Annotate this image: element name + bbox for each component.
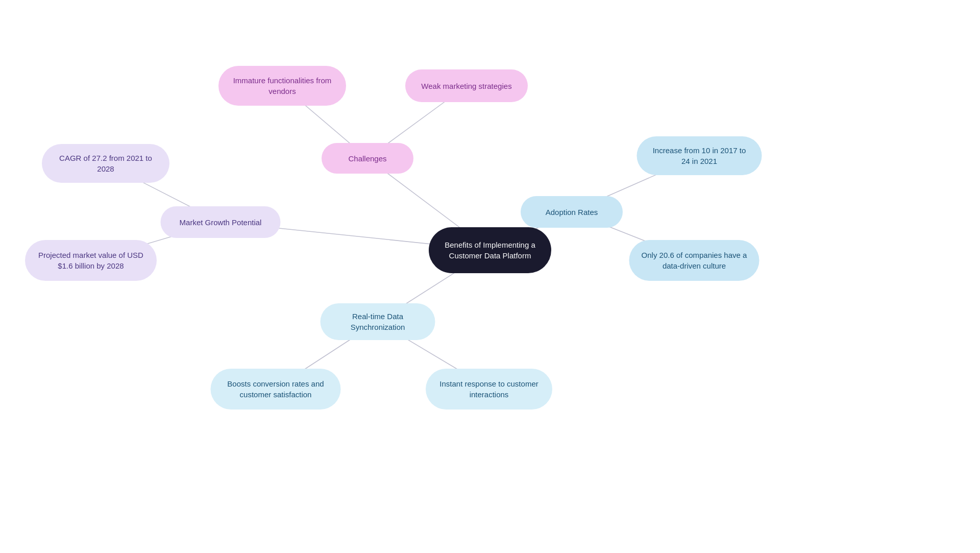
center-node-label: Benefits of Implementing a Customer Data… bbox=[445, 239, 535, 261]
cagr-node: CAGR of 27.2 from 2021 to 2028 bbox=[42, 144, 169, 183]
instant-response-node: Instant response to customer interaction… bbox=[426, 369, 552, 410]
adoption-rates-label: Adoption Rates bbox=[546, 207, 598, 218]
immature-func-node: Immature functionalities from vendors bbox=[218, 66, 346, 106]
boosts-conversion-label: Boosts conversion rates and customer sat… bbox=[223, 378, 329, 400]
realtime-sync-node: Real-time Data Synchronization bbox=[321, 303, 435, 340]
immature-func-label: Immature functionalities from vendors bbox=[231, 75, 334, 97]
cagr-label: CAGR of 27.2 from 2021 to 2028 bbox=[54, 153, 157, 174]
challenges-node: Challenges bbox=[322, 143, 413, 174]
projected-market-node: Projected market value of USD $1.6 billi… bbox=[25, 240, 157, 281]
adoption-rates-node: Adoption Rates bbox=[521, 196, 623, 228]
realtime-sync-label: Real-time Data Synchronization bbox=[333, 311, 423, 332]
increase-from-node: Increase from 10 in 2017 to 24 in 2021 bbox=[637, 136, 762, 175]
weak-marketing-label: Weak marketing strategies bbox=[421, 81, 511, 91]
instant-response-label: Instant response to customer interaction… bbox=[438, 378, 540, 400]
projected-market-label: Projected market value of USD $1.6 billi… bbox=[37, 250, 144, 271]
only-20-node: Only 20.6 of companies have a data-drive… bbox=[629, 240, 760, 281]
weak-marketing-node: Weak marketing strategies bbox=[405, 69, 528, 102]
challenges-label: Challenges bbox=[348, 153, 386, 164]
market-growth-label: Market Growth Potential bbox=[180, 217, 262, 228]
boosts-conversion-node: Boosts conversion rates and customer sat… bbox=[211, 369, 341, 410]
increase-from-label: Increase from 10 in 2017 to 24 in 2021 bbox=[649, 145, 750, 166]
market-growth-node: Market Growth Potential bbox=[161, 206, 281, 238]
only-20-label: Only 20.6 of companies have a data-drive… bbox=[642, 250, 747, 271]
center-node: Benefits of Implementing a Customer Data… bbox=[429, 227, 551, 273]
